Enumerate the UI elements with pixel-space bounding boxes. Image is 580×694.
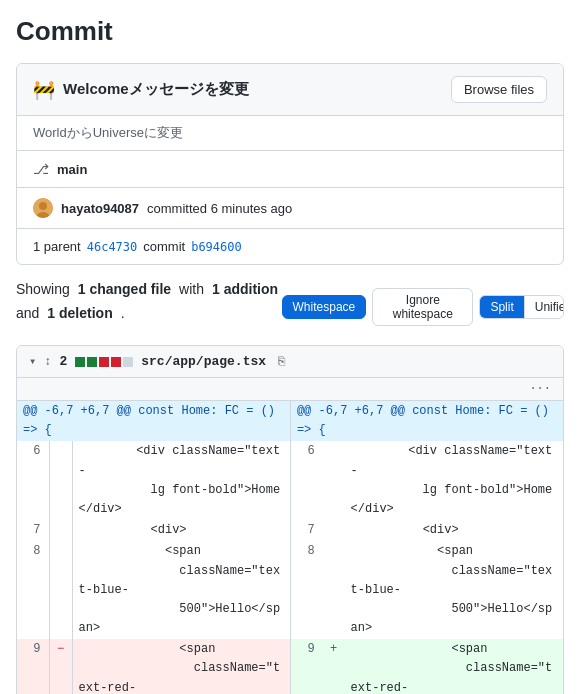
left-code-6: <div className="text- lg font-bold">Home… — [72, 441, 290, 520]
right-ln-8: 8 — [290, 541, 322, 639]
right-code-9: <span className="text-red- 500">Universe… — [345, 639, 563, 694]
changed-file-count: 1 changed file — [78, 281, 171, 297]
commit-hash[interactable]: b694600 — [191, 240, 242, 254]
period: . — [121, 305, 125, 321]
toggle-icon[interactable]: ▾ — [29, 354, 36, 369]
right-sign-7 — [323, 520, 345, 541]
svg-point-1 — [39, 202, 47, 210]
table-row: 8 <span className="text-blue- 500">Hello… — [17, 541, 563, 639]
author-name: hayato94087 — [61, 201, 139, 216]
right-code-7: <div> — [345, 520, 563, 541]
commit-parents-row: 1 parent 46c4730 commit b694600 — [17, 229, 563, 264]
commit-title-container: 🚧 Welcomeメッセージを変更 — [33, 79, 249, 101]
diff-options-dots: ··· — [17, 378, 563, 401]
right-code-6: <div className="text- lg font-bold">Home… — [345, 441, 563, 520]
sq-red-1 — [99, 357, 109, 367]
commit-title-text: Welcomeメッセージを変更 — [63, 80, 249, 99]
parent-hash[interactable]: 46c4730 — [87, 240, 138, 254]
left-ln-7: 7 — [17, 520, 49, 541]
right-ln-6: 6 — [290, 441, 322, 520]
right-ln-9: 9 — [290, 639, 322, 694]
left-code-8: <span className="text-blue- 500">Hello</… — [72, 541, 290, 639]
page-title: Commit — [16, 16, 564, 47]
diff-container: ▾ ↕ 2 src/app/page.tsx ⎘ ··· @@ -6,7 +6,… — [16, 345, 564, 694]
branch-name: main — [57, 162, 87, 177]
ignore-whitespace-button[interactable]: Ignore whitespace — [372, 288, 473, 326]
deletion-count: 1 deletion — [47, 305, 112, 321]
diff-file-name: src/app/page.tsx — [141, 354, 266, 369]
table-row: 7 <div> 7 <div> — [17, 520, 563, 541]
expand-arrows-icon[interactable]: ↕ — [44, 355, 51, 369]
branch-icon: ⎇ — [33, 161, 49, 177]
left-sign-7 — [49, 520, 72, 541]
diff-file-header: ▾ ↕ 2 src/app/page.tsx ⎘ — [17, 346, 563, 378]
changed-files-summary: Showing 1 changed file with 1 addition a… — [16, 281, 282, 321]
right-code-8: <span className="text-blue- 500">Hello</… — [345, 541, 563, 639]
commit-branch-row: ⎇ main — [17, 151, 563, 188]
browse-files-button[interactable]: Browse files — [451, 76, 547, 103]
commit-author-row: hayato94087 committed 6 minutes ago — [17, 188, 563, 229]
left-ln-8: 8 — [17, 541, 49, 639]
right-sign-9: + — [323, 639, 345, 694]
commit-label: commit — [143, 239, 185, 254]
additions-count: 2 — [59, 354, 67, 369]
with-label: with — [179, 281, 204, 297]
hunk-header-left: @@ -6,7 +6,7 @@ const Home: FC = () => { — [17, 401, 290, 441]
commit-header: 🚧 Welcomeメッセージを変更 Browse files — [17, 64, 563, 116]
right-sign-8 — [323, 541, 345, 639]
left-code-9: <span className="text-red- 500">World</s… — [72, 639, 290, 694]
table-row: 9 − <span className="text-red- 500">Worl… — [17, 639, 563, 694]
parent-label: 1 parent — [33, 239, 81, 254]
sq-green-1 — [75, 357, 85, 367]
left-sign-9: − — [49, 639, 72, 694]
unified-button[interactable]: Unified — [525, 296, 564, 318]
hunk-header-row: @@ -6,7 +6,7 @@ const Home: FC = () => {… — [17, 401, 563, 441]
split-unified-group: Split Unified — [479, 295, 564, 319]
committed-text: committed 6 minutes ago — [147, 201, 292, 216]
table-row: 6 <div className="text- lg font-bold">Ho… — [17, 441, 563, 520]
sq-green-2 — [87, 357, 97, 367]
diff-options: Whitespace Ignore whitespace Split Unifi… — [282, 288, 564, 326]
right-sign-6 — [323, 441, 345, 520]
commit-emoji: 🚧 — [33, 79, 55, 101]
left-code-7: <div> — [72, 520, 290, 541]
left-ln-6: 6 — [17, 441, 49, 520]
copy-icon[interactable]: ⎘ — [278, 355, 285, 369]
commit-description: WorldからUniverseに変更 — [17, 116, 563, 151]
avatar — [33, 198, 53, 218]
whitespace-button[interactable]: Whitespace — [282, 295, 367, 319]
dots-menu[interactable]: ··· — [529, 382, 551, 396]
showing-label: Showing — [16, 281, 70, 297]
left-sign-8 — [49, 541, 72, 639]
addition-count: 1 addition — [212, 281, 278, 297]
diff-table: @@ -6,7 +6,7 @@ const Home: FC = () => {… — [17, 401, 563, 694]
sq-red-2 — [111, 357, 121, 367]
commit-card: 🚧 Welcomeメッセージを変更 Browse files WorldからUn… — [16, 63, 564, 265]
and-label: and — [16, 305, 39, 321]
split-button[interactable]: Split — [480, 296, 524, 318]
left-ln-9: 9 — [17, 639, 49, 694]
file-change-squares — [75, 357, 133, 367]
right-ln-7: 7 — [290, 520, 322, 541]
diff-options-row: Showing 1 changed file with 1 addition a… — [16, 281, 564, 333]
sq-grey-1 — [123, 357, 133, 367]
left-sign-6 — [49, 441, 72, 520]
hunk-header-right: @@ -6,7 +6,7 @@ const Home: FC = () => { — [290, 401, 563, 441]
